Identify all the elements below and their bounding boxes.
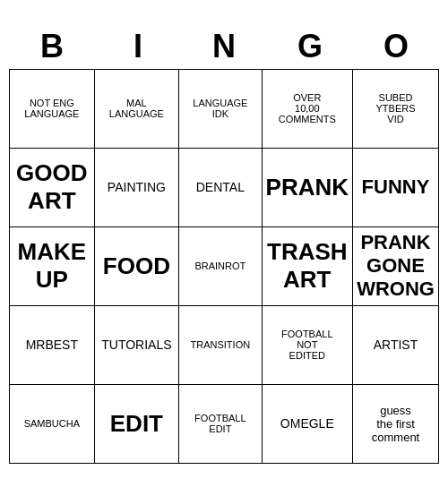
cell-r2-c1: FOOD <box>94 226 178 305</box>
cell-r0-c0: NOT ENGLANGUAGE <box>10 69 95 148</box>
cell-r1-c3: PRANK <box>262 148 352 226</box>
cell-r2-c0: MAKEUP <box>10 226 95 305</box>
cell-r4-c0: SAMBUCHA <box>10 384 95 463</box>
cell-r2-c3: TRASHART <box>262 226 352 305</box>
header-n: N <box>181 24 267 69</box>
cell-r4-c2: FOOTBALLEDIT <box>179 384 262 463</box>
header-g: G <box>267 24 353 69</box>
cell-r3-c3: FOOTBALLNOTEDITED <box>262 305 352 384</box>
cell-r3-c2: TRANSITION <box>179 305 262 384</box>
cell-r2-c2: BRAINROT <box>179 226 262 305</box>
header-i: I <box>95 24 181 69</box>
cell-r2-c4: PRANKGONEWRONG <box>353 226 439 305</box>
bingo-header: B I N G O <box>9 24 439 69</box>
cell-r0-c2: LANGUAGEIDK <box>179 69 262 148</box>
cell-r4-c4: guessthe firstcomment <box>353 384 439 463</box>
cell-r1-c4: FUNNY <box>353 148 439 226</box>
cell-r0-c3: OVER10,00comments <box>262 69 352 148</box>
header-b: B <box>9 24 95 69</box>
cell-r4-c1: EDIT <box>94 384 178 463</box>
cell-r0-c4: SUBEDYTBERSVID <box>353 69 439 148</box>
cell-r1-c2: DENTAL <box>179 148 262 226</box>
cell-r4-c3: OMEGLE <box>262 384 352 463</box>
cell-r0-c1: MALLANGUAGE <box>94 69 178 148</box>
bingo-card: B I N G O NOT ENGLANGUAGEMALLANGUAGELANG… <box>9 24 439 464</box>
cell-r1-c0: GOODART <box>10 148 95 226</box>
cell-r3-c1: TUTORIALS <box>94 305 178 384</box>
bingo-grid: NOT ENGLANGUAGEMALLANGUAGELANGUAGEIDKOVE… <box>9 69 439 464</box>
cell-r3-c4: ARTIST <box>353 305 439 384</box>
header-o: O <box>353 24 439 69</box>
cell-r3-c0: MRBEST <box>10 305 95 384</box>
cell-r1-c1: PAINTING <box>94 148 178 226</box>
